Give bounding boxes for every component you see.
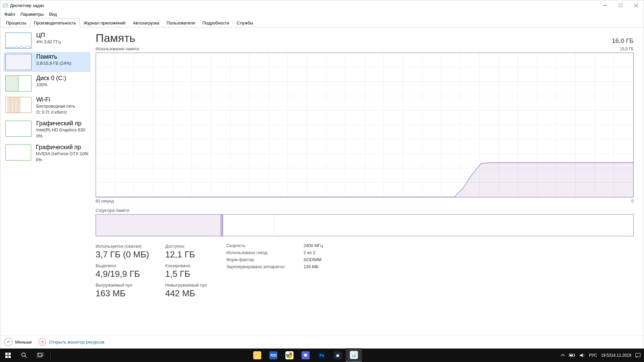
taskbar-explorer[interactable]: 📁 <box>249 349 265 362</box>
volume-icon[interactable] <box>578 349 587 362</box>
tab-users[interactable]: Пользователи <box>163 18 199 27</box>
stat-commit: 4,9/19,9 ГБ <box>96 269 149 279</box>
chevron-up-icon[interactable] <box>4 338 12 346</box>
composition-standby <box>223 215 274 236</box>
svg-rect-16 <box>574 355 575 356</box>
chart-svg <box>96 53 633 197</box>
tab-services[interactable]: Службы <box>233 18 257 27</box>
stat-used: 3,7 ГБ (0 МБ) <box>96 249 149 260</box>
composition-free <box>274 215 633 236</box>
minimize-button[interactable] <box>597 0 613 10</box>
sidebar-item-cpu[interactable]: ЦП4% 3,62 ГГц <box>4 31 90 50</box>
tab-startup[interactable]: Автозагрузка <box>129 18 163 27</box>
svg-rect-2 <box>619 4 622 7</box>
taskbar-taskmgr[interactable]: 📊 <box>346 348 362 362</box>
taskbar-steam[interactable]: ◉ <box>330 349 346 362</box>
tab-details[interactable]: Подробности <box>199 18 233 27</box>
svg-rect-6 <box>8 353 11 355</box>
kv-slots: 2 из 2 <box>304 250 315 255</box>
sidebar-item-wifi[interactable]: Wi-FiБеспроводная сетьО: 0 П: 0 кбит/с <box>4 95 90 117</box>
windows-taskbar: 📁 RSI 💬 Ps ◉ 📊 РУС 19:5314.11.2019 <box>0 349 644 362</box>
sidebar-item-disk[interactable]: Диск 0 (C:)100% <box>4 74 90 93</box>
svg-rect-17 <box>570 355 573 356</box>
perf-content: Память 16,0 ГБ Использование памяти15,9 … <box>90 27 644 335</box>
menu-file[interactable]: Файл <box>2 11 18 17</box>
cpu-title: ЦП <box>36 32 61 39</box>
tab-processes[interactable]: Процессы <box>2 18 30 27</box>
svg-point-9 <box>22 353 25 357</box>
app-icon <box>3 3 8 8</box>
disk-thumb <box>5 75 32 92</box>
composition-label: Структура памяти <box>96 208 634 213</box>
tab-performance[interactable]: Производительность <box>30 18 80 27</box>
svg-rect-5 <box>5 353 8 355</box>
taskview-button[interactable] <box>32 349 48 362</box>
svg-rect-12 <box>38 353 43 356</box>
sidebar-item-memory[interactable]: Память3,8/15,9 ГБ (24%) <box>4 52 90 72</box>
stat-paged: 163 МБ <box>96 288 149 299</box>
tabstrip: Процессы Производительность Журнал прило… <box>0 18 644 27</box>
cpu-thumb <box>5 33 32 49</box>
kv-form: SODIMM <box>304 257 321 262</box>
task-manager-window: Диспетчер задач Файл Параметры Вид Проце… <box>0 0 644 349</box>
close-button[interactable] <box>628 0 644 10</box>
usage-label: Использование памяти <box>96 47 139 51</box>
battery-icon[interactable] <box>567 349 578 362</box>
fewer-details-link[interactable]: Меньше <box>15 340 32 345</box>
page-title: Память <box>96 32 135 45</box>
svg-rect-11 <box>37 354 42 357</box>
action-center-icon[interactable] <box>633 349 643 362</box>
kv-hwres: 134 МБ <box>304 264 319 269</box>
maximize-button[interactable] <box>613 0 628 10</box>
taskbar-apps: 📁 RSI 💬 Ps ◉ 📊 <box>53 348 559 362</box>
titlebar: Диспетчер задач <box>0 0 644 10</box>
taskbar-photoshop[interactable]: Ps <box>314 349 330 362</box>
clock[interactable]: 19:5314.11.2019 <box>599 349 633 362</box>
perf-sidebar: ЦП4% 3,62 ГГц Память3,8/15,9 ГБ (24%) Ди… <box>0 27 90 335</box>
svg-line-10 <box>25 356 26 358</box>
gpu0-thumb <box>5 121 32 137</box>
tab-app-history[interactable]: Журнал приложений <box>80 18 129 27</box>
menu-options[interactable]: Параметры <box>18 11 46 17</box>
time-left: 60 секунд <box>96 199 114 203</box>
wifi-thumb <box>5 97 32 113</box>
total-memory: 16,0 ГБ <box>612 37 634 45</box>
sidebar-item-gpu1[interactable]: Графический прNVIDIA GeForce GTX 10500% <box>4 143 90 165</box>
stat-avail: 12,1 ГБ <box>165 249 207 260</box>
menu-view[interactable]: Вид <box>46 11 60 17</box>
stats-block: Используется (сжатая) 3,7 ГБ (0 МБ) Выде… <box>96 243 634 302</box>
menubar: Файл Параметры Вид <box>0 10 644 18</box>
usage-max: 15,9 ГБ <box>620 47 634 51</box>
kv-speed: 2400 МГц <box>304 243 323 248</box>
tray-chevron-icon[interactable] <box>559 349 567 362</box>
memory-usage-chart <box>96 53 634 197</box>
taskbar-rsi[interactable]: RSI <box>265 349 281 362</box>
taskbar-divider <box>50 351 51 359</box>
resmon-icon[interactable]: ◔ <box>39 338 46 346</box>
system-tray: РУС 19:5314.11.2019 <box>559 349 644 362</box>
svg-rect-8 <box>8 356 11 358</box>
language-indicator[interactable]: РУС <box>587 349 599 362</box>
sidebar-item-gpu0[interactable]: Графический прIntel(R) HD Graphics 6300% <box>4 119 90 141</box>
footer: Меньше ◔ Открыть монитор ресурсов <box>0 335 644 348</box>
time-right: 0 <box>631 199 634 203</box>
memory-thumb <box>5 54 32 70</box>
stat-nonpaged: 442 МБ <box>165 288 207 299</box>
svg-marker-18 <box>580 353 583 357</box>
stat-cached: 1,5 ГБ <box>165 269 207 279</box>
taskbar-discord[interactable]: 💬 <box>298 349 314 362</box>
memory-composition-bar <box>96 214 634 236</box>
taskbar-chrome[interactable] <box>281 349 298 362</box>
svg-rect-0 <box>3 4 8 7</box>
svg-rect-7 <box>5 356 8 358</box>
svg-rect-19 <box>636 353 640 357</box>
gpu1-thumb <box>5 144 31 161</box>
search-button[interactable] <box>16 349 32 362</box>
start-button[interactable] <box>0 349 16 362</box>
window-title: Диспетчер задач <box>10 3 597 8</box>
composition-used <box>96 215 221 236</box>
open-resmon-link[interactable]: Открыть монитор ресурсов <box>49 340 104 345</box>
